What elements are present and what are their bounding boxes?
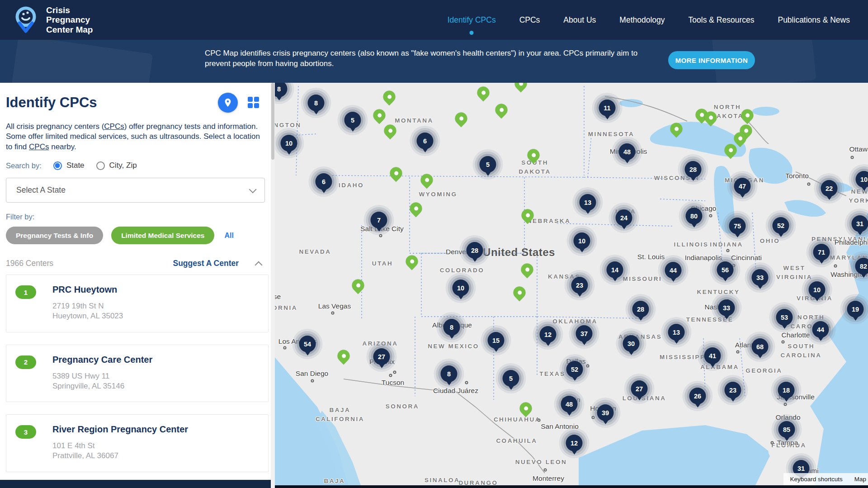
- map-cluster-marker[interactable]: 68: [752, 338, 769, 358]
- more-information-button[interactable]: MORE INFORMATION: [668, 51, 755, 69]
- map-cluster-marker[interactable]: 11: [599, 99, 616, 119]
- center-name-link[interactable]: River Region Pregnancy Center: [52, 424, 188, 435]
- map-cluster-marker[interactable]: 23: [571, 277, 588, 297]
- map-cluster-marker[interactable]: 33: [718, 299, 735, 319]
- map-data-label: Map: [854, 476, 866, 483]
- map-cluster-marker[interactable]: 54: [299, 336, 316, 355]
- radio-search-city-zip[interactable]: City, Zip: [96, 161, 137, 170]
- map-cluster-marker[interactable]: 71: [813, 244, 830, 264]
- center-card[interactable]: 1PRC Hueytown2719 19th St N Hueytown, AL…: [6, 275, 269, 332]
- map-city-label: Las Vegas: [318, 302, 351, 310]
- map-cluster-marker[interactable]: 10: [856, 171, 868, 191]
- map-cluster-marker[interactable]: 23: [725, 382, 741, 402]
- map-cluster-marker[interactable]: 5: [344, 112, 361, 132]
- center-card[interactable]: 3River Region Pregnancy Center101 E 4th …: [6, 414, 269, 472]
- cluster-count: 75: [729, 218, 746, 234]
- cluster-count: 5: [503, 370, 519, 387]
- map-cluster-marker[interactable]: 6: [316, 173, 332, 193]
- map-cluster-marker[interactable]: 26: [689, 388, 706, 407]
- map-cluster-marker[interactable]: 10: [809, 281, 826, 301]
- nav-publications-news[interactable]: Publications & News: [778, 15, 850, 25]
- map-cluster-marker[interactable]: 22: [821, 180, 838, 200]
- map-cluster-marker[interactable]: 10: [281, 135, 297, 155]
- map-cluster-marker[interactable]: 8: [308, 95, 325, 114]
- map-cluster-marker[interactable]: 75: [729, 218, 746, 237]
- cluster-count: 28: [685, 161, 702, 178]
- sidebar-scrollbar[interactable]: [271, 83, 275, 488]
- center-address: 2719 19th St N Hueytown, AL 35023: [52, 301, 123, 321]
- map-cluster-marker[interactable]: 8: [443, 319, 460, 339]
- cpcs-link[interactable]: CPCs: [104, 122, 124, 131]
- map-cluster-marker[interactable]: 82: [855, 258, 868, 278]
- cpcs-link[interactable]: CPCs: [29, 142, 49, 151]
- map-cluster-marker[interactable]: 47: [734, 178, 751, 198]
- map-cluster-marker[interactable]: 41: [704, 347, 721, 367]
- map-city-label: Charlotte: [782, 331, 810, 339]
- map-cluster-marker[interactable]: 8: [441, 365, 458, 385]
- map-cluster-marker[interactable]: 27: [631, 380, 648, 400]
- map-state-label: NEBRASKA: [527, 217, 571, 226]
- map-cluster-marker[interactable]: 19: [847, 301, 864, 321]
- map-cluster-marker[interactable]: 33: [752, 269, 769, 289]
- map-cluster-marker[interactable]: 10: [574, 232, 590, 252]
- map-view-toggle-button[interactable]: [218, 93, 238, 113]
- map-cluster-marker[interactable]: 53: [776, 309, 793, 329]
- center-name-link[interactable]: Pregnancy Care Center: [52, 355, 152, 365]
- map-cluster-marker[interactable]: 31: [852, 215, 868, 235]
- map-cluster-marker[interactable]: 30: [623, 335, 640, 355]
- map-cluster-marker[interactable]: 14: [607, 261, 623, 281]
- map-cluster-marker[interactable]: 39: [597, 404, 614, 424]
- map-cluster-marker[interactable]: 48: [619, 143, 636, 163]
- suggest-a-center-link[interactable]: Suggest A Center: [173, 259, 239, 268]
- map-cluster-marker[interactable]: 85: [778, 421, 795, 441]
- map-state-label: IDAHO: [339, 181, 364, 190]
- nav-identify-cpcs[interactable]: Identify CPCs: [448, 15, 496, 25]
- cluster-count: 28: [467, 242, 483, 259]
- map-cluster-marker[interactable]: 28: [685, 161, 702, 181]
- map-cluster-marker[interactable]: 52: [566, 361, 583, 381]
- map-cluster-marker[interactable]: 5: [503, 370, 519, 390]
- filter-all-link[interactable]: All: [224, 232, 233, 240]
- city-dot: [784, 403, 787, 406]
- chevron-down-icon: [249, 185, 257, 193]
- map-cluster-marker[interactable]: 28: [632, 301, 649, 321]
- map-cluster-marker[interactable]: 28: [467, 242, 483, 262]
- chevron-up-icon[interactable]: [255, 261, 263, 269]
- map-cluster-marker[interactable]: 80: [686, 208, 703, 227]
- map-cluster-marker[interactable]: 37: [576, 325, 593, 345]
- center-name-link[interactable]: PRC Hueytown: [52, 284, 123, 295]
- nav-about-us[interactable]: About Us: [563, 15, 596, 25]
- cluster-count: 8: [308, 95, 325, 111]
- site-logo[interactable]: Crisis Pregnancy Center Map: [12, 5, 93, 35]
- map-cluster-marker[interactable]: 18: [778, 382, 795, 402]
- map-cluster-marker[interactable]: 52: [773, 217, 789, 237]
- map-cluster-marker[interactable]: 13: [580, 194, 596, 214]
- map-cluster-marker[interactable]: 6: [417, 133, 434, 152]
- map-cluster-marker[interactable]: 10: [453, 280, 469, 299]
- map-cluster-marker[interactable]: 13: [668, 324, 685, 344]
- cluster-count: 71: [813, 244, 830, 261]
- map-cluster-marker[interactable]: 12: [566, 435, 583, 455]
- grid-view-toggle-button[interactable]: [248, 97, 259, 109]
- center-card[interactable]: 2Pregnancy Care Center5389 US Hwy 11 Spr…: [6, 345, 269, 403]
- nav-tools-resources[interactable]: Tools & Resources: [689, 15, 755, 25]
- filter-limited-medical-button[interactable]: Limited Medical Services: [111, 227, 214, 244]
- map-cluster-marker[interactable]: 24: [616, 209, 632, 229]
- city-dot: [851, 156, 854, 159]
- map-cluster-marker[interactable]: 44: [812, 321, 829, 341]
- map-cluster-marker[interactable]: 7: [371, 212, 387, 232]
- map-cluster-marker[interactable]: 44: [665, 262, 682, 282]
- map-cluster-marker[interactable]: 5: [480, 156, 496, 176]
- nav-methodology[interactable]: Methodology: [619, 15, 665, 25]
- map-cluster-marker[interactable]: 15: [488, 332, 505, 352]
- cluster-count: 6: [316, 173, 332, 190]
- map-cluster-marker[interactable]: 12: [540, 326, 557, 346]
- radio-search-state[interactable]: State: [53, 161, 85, 170]
- map-cluster-marker[interactable]: 27: [373, 348, 390, 368]
- map-cluster-marker[interactable]: 48: [561, 396, 578, 416]
- keyboard-shortcuts-link[interactable]: Keyboard shortcuts: [790, 476, 842, 483]
- map-cluster-marker[interactable]: 56: [717, 261, 734, 281]
- filter-pregnancy-tests-button[interactable]: Pregnancy Tests & Info: [6, 227, 103, 244]
- nav-cpcs[interactable]: CPCs: [519, 15, 540, 25]
- state-select-dropdown[interactable]: Select A State: [6, 178, 265, 203]
